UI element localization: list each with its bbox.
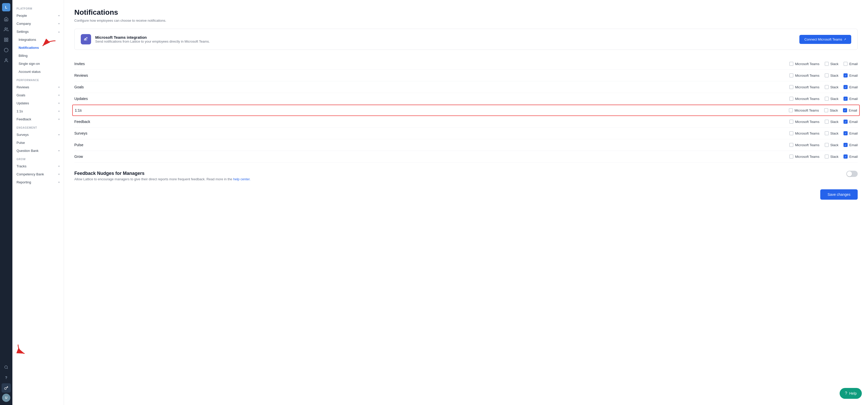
sidebar-item-feedback-label: Feedback	[17, 117, 31, 121]
channel-item-email-invites: Email	[843, 62, 858, 66]
checkbox-email-pulse[interactable]: ✓	[843, 143, 848, 147]
sidebar-item-reviews[interactable]: Reviews ▾	[12, 83, 64, 91]
sidebar-item-competency-bank[interactable]: Competency Bank ▾	[12, 170, 64, 178]
channel-label-email-reviews: Email	[849, 74, 858, 78]
checkbox-email-invites[interactable]	[843, 62, 848, 66]
sidebar-item-account-status[interactable]: Account status	[12, 68, 64, 76]
checkbox-msTeams-pulse[interactable]	[789, 143, 794, 147]
checkbox-email-updates[interactable]: ✓	[843, 96, 848, 101]
people-nav-icon[interactable]	[2, 25, 11, 34]
checkbox-slack-grow[interactable]	[825, 154, 829, 158]
svg-rect-2	[7, 38, 8, 39]
checkbox-email-1on1s[interactable]: ✓	[843, 108, 847, 112]
key-nav-icon[interactable]	[2, 383, 11, 393]
sidebar-item-1on1s[interactable]: 1:1s ▾	[12, 107, 64, 115]
search-nav-icon[interactable]	[2, 363, 11, 372]
checkbox-email-feedback[interactable]: ✓	[843, 120, 848, 124]
help-nav-icon[interactable]: ?	[2, 373, 11, 382]
checkbox-slack-updates[interactable]	[825, 96, 829, 101]
notification-row-1on1s: 1:1sMicrosoft TeamsSlack✓Email	[72, 105, 860, 116]
circle-nav-icon[interactable]	[2, 46, 11, 55]
channel-item-msTeams-feedback: Microsoft Teams	[789, 120, 819, 124]
grid-icon[interactable]	[2, 35, 11, 45]
grow-section-label: GROW	[12, 155, 64, 162]
help-circle-icon: ?	[845, 391, 847, 396]
sidebar-item-people[interactable]: People ▾	[12, 11, 64, 20]
notif-channels-goals: Microsoft TeamsSlack✓Email	[789, 85, 858, 89]
user-avatar[interactable]: U	[2, 394, 10, 402]
channel-label-slack-goals: Slack	[830, 85, 839, 89]
help-button[interactable]: ? Help	[840, 388, 862, 399]
page-subtitle: Configure how employees can choose to re…	[74, 19, 858, 23]
checkbox-msTeams-goals[interactable]	[789, 85, 794, 89]
checkbox-slack-1on1s[interactable]	[824, 108, 828, 112]
channel-item-msTeams-goals: Microsoft Teams	[789, 85, 819, 89]
sidebar-item-question-bank[interactable]: Question Bank ▾	[12, 147, 64, 155]
svg-point-0	[5, 28, 6, 29]
channel-item-email-reviews: ✓Email	[843, 74, 858, 78]
notif-label-reviews: Reviews	[74, 74, 789, 78]
sidebar-item-goals[interactable]: Goals ▾	[12, 91, 64, 99]
sidebar-item-sso[interactable]: Single sign-on	[12, 60, 64, 68]
checkbox-msTeams-updates[interactable]	[789, 96, 794, 101]
checkbox-email-reviews[interactable]: ✓	[843, 74, 848, 78]
chevron-down-icon: ▾	[58, 149, 60, 152]
notif-channels-updates: Microsoft TeamsSlack✓Email	[789, 96, 858, 101]
checkbox-slack-surveys[interactable]	[825, 131, 829, 135]
sidebar-item-company-label: Company	[17, 22, 31, 26]
sidebar-item-surveys-label: Surveys	[17, 133, 29, 137]
checkbox-slack-reviews[interactable]	[825, 74, 829, 78]
sidebar-item-settings-label: Settings	[17, 30, 29, 34]
notif-label-feedback: Feedback	[74, 120, 789, 124]
checkbox-msTeams-1on1s[interactable]	[789, 108, 793, 112]
sidebar-item-pulse[interactable]: Pulse	[12, 139, 64, 147]
checkbox-msTeams-feedback[interactable]	[789, 120, 794, 124]
channel-item-slack-feedback: Slack	[825, 120, 839, 124]
sidebar-item-reporting[interactable]: Reporting ▾	[12, 178, 64, 186]
channel-label-email-feedback: Email	[849, 120, 858, 124]
sidebar-item-company[interactable]: Company ▾	[12, 20, 64, 28]
checkbox-msTeams-invites[interactable]	[789, 62, 794, 66]
sidebar-item-tracks[interactable]: Tracks ▾	[12, 162, 64, 170]
chevron-down-icon: ▾	[58, 133, 60, 136]
chevron-down-icon: ▾	[58, 181, 60, 184]
sidebar-item-billing[interactable]: Billing	[12, 52, 64, 60]
user-nav-icon[interactable]	[2, 56, 11, 65]
checkbox-email-surveys[interactable]: ✓	[843, 131, 848, 135]
channel-item-msTeams-grow: Microsoft Teams	[789, 154, 819, 158]
sidebar-item-integrations[interactable]: Integrations	[12, 36, 64, 44]
checkbox-email-goals[interactable]: ✓	[843, 85, 848, 89]
channel-label-msTeams-feedback: Microsoft Teams	[795, 120, 819, 124]
sidebar-item-settings[interactable]: Settings ▴	[12, 28, 64, 36]
checkbox-msTeams-reviews[interactable]	[789, 74, 794, 78]
chevron-down-icon: ▾	[58, 86, 60, 89]
connect-teams-label: Connect Microsoft Teams	[805, 37, 842, 41]
help-center-link[interactable]: help center.	[233, 177, 251, 181]
sidebar-item-notifications-label: Notifications	[19, 46, 39, 50]
sidebar-item-goals-label: Goals	[17, 93, 25, 97]
checkbox-msTeams-grow[interactable]	[789, 154, 794, 158]
checkbox-msTeams-surveys[interactable]	[789, 131, 794, 135]
checkbox-slack-invites[interactable]	[825, 62, 829, 66]
checkbox-slack-goals[interactable]	[825, 85, 829, 89]
notif-channels-feedback: Microsoft TeamsSlack✓Email	[789, 120, 858, 124]
notif-label-pulse: Pulse	[74, 143, 789, 147]
channel-item-slack-goals: Slack	[825, 85, 839, 89]
sidebar-item-notifications[interactable]: Notifications	[12, 44, 64, 52]
checkbox-slack-pulse[interactable]	[825, 143, 829, 147]
engagement-section-label: ENGAGEMENT	[12, 123, 64, 131]
nudges-toggle[interactable]	[846, 171, 858, 177]
channel-label-slack-reviews: Slack	[830, 74, 839, 78]
home-icon[interactable]	[2, 15, 11, 24]
teams-logo	[81, 34, 91, 45]
checkbox-slack-feedback[interactable]	[825, 120, 829, 124]
sidebar-item-updates[interactable]: Updates ▾	[12, 99, 64, 107]
sidebar-item-feedback[interactable]: Feedback ▾	[12, 115, 64, 123]
channel-label-msTeams-updates: Microsoft Teams	[795, 97, 819, 101]
sidebar-item-reporting-label: Reporting	[17, 180, 31, 184]
save-changes-button[interactable]: Save changes	[820, 189, 858, 200]
checkbox-email-grow[interactable]: ✓	[843, 154, 848, 158]
connect-teams-button[interactable]: Connect Microsoft Teams ↗	[799, 35, 851, 44]
notification-row-reviews: ReviewsMicrosoft TeamsSlack✓Email	[74, 70, 858, 81]
sidebar-item-surveys[interactable]: Surveys ▾	[12, 131, 64, 139]
